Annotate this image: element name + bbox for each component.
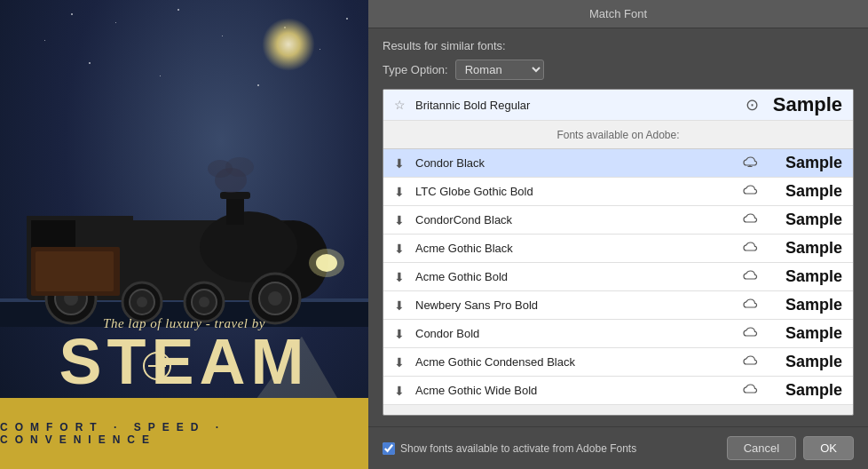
adobe-fonts-label: Fonts available on Adobe: [506, 129, 730, 141]
font-name: LTC Globe Gothic Bold [412, 185, 738, 198]
dialog-title: Match Font [589, 7, 647, 20]
font-row[interactable]: ⬇ Newbery Sans Pro Bold Sample [383, 291, 853, 320]
font-name: Acme Gothic Bold [412, 270, 738, 283]
type-option-row: Type Option: Roman Italic Bold Bold Ital… [383, 60, 854, 80]
font-sample: Sample [762, 154, 842, 172]
cancel-button[interactable]: Cancel [727, 436, 796, 460]
star-icon: ☆ [394, 98, 412, 112]
ok-button[interactable]: OK [803, 436, 854, 460]
download-cloud-icon: ⬇ [394, 270, 412, 284]
poster-bottom-text: COMFORT · SPEED · CONVENIENCE [0, 421, 368, 446]
download-cloud-icon: ⬇ [394, 213, 412, 227]
type-option-select[interactable]: Roman Italic Bold Bold Italic [455, 60, 544, 80]
download-icon: ⊙ [741, 95, 762, 115]
font-sample: Sample [762, 267, 842, 286]
cloud-icon [738, 270, 762, 283]
results-header: Results for similar fonts: [383, 39, 854, 52]
svg-point-18 [268, 291, 282, 306]
font-row[interactable]: ⬇ CondorCond Black Sample [383, 206, 853, 234]
font-row[interactable]: ☆ Britannic Bold Regular ⊙ Sample [383, 90, 853, 121]
train-illustration [0, 131, 368, 327]
svg-rect-27 [36, 251, 114, 291]
svg-rect-22 [220, 192, 250, 199]
download-cloud-icon: ⬇ [394, 355, 412, 370]
font-row[interactable]: ⬇ Acme Gothic Bold Sample [383, 263, 853, 291]
cloud-icon [738, 298, 762, 312]
svg-rect-6 [31, 220, 75, 251]
dialog-bottom-bar: Show fonts available to activate from Ad… [368, 426, 868, 469]
font-row[interactable]: ⬇ Acme Gothic Wide Bold Sample [383, 377, 853, 405]
cloud-icon [738, 355, 762, 369]
adobe-fonts-header: Fonts available on Adobe: [383, 121, 853, 149]
poster-bottom-bar: COMFORT · SPEED · CONVENIENCE [0, 398, 368, 469]
font-name: Condor Black [412, 156, 738, 170]
font-sample: Sample [762, 93, 842, 116]
font-row[interactable]: ⬇ Condor Black Sample [383, 149, 853, 178]
moon [262, 18, 315, 71]
cloud-icon [738, 327, 762, 340]
cloud-icon [738, 384, 762, 397]
download-cloud-icon: ⬇ [394, 156, 412, 171]
svg-point-15 [199, 297, 209, 307]
svg-marker-29 [747, 166, 753, 167]
dialog-titlebar: Match Font [368, 0, 868, 28]
font-sample: Sample [762, 381, 842, 400]
svg-point-25 [225, 157, 254, 177]
font-row[interactable]: ⬇ Acme Gothic Condensed Black Sample [383, 348, 853, 377]
font-sample: Sample [762, 239, 842, 258]
font-sample: Sample [762, 296, 842, 314]
download-cloud-icon: ⬇ [394, 298, 412, 313]
svg-point-12 [137, 297, 147, 307]
download-cloud-icon: ⬇ [394, 384, 412, 398]
cloud-icon [738, 185, 762, 198]
font-name: CondorCond Black [412, 213, 738, 227]
adobe-fonts-checkbox-container: Show fonts available to activate from Ad… [383, 442, 720, 455]
font-row[interactable]: ⬇ LTC Globe Gothic Bold Sample [383, 178, 853, 206]
font-name: Condor Bold [412, 327, 738, 340]
adobe-fonts-checkbox[interactable] [383, 442, 395, 455]
svg-point-20 [309, 249, 344, 277]
poster-main-text: STEAM [4, 330, 364, 393]
download-cloud-icon: ⬇ [394, 242, 412, 256]
font-list-container[interactable]: ☆ Britannic Bold Regular ⊙ Sample Fonts … [383, 89, 854, 416]
svg-point-4 [200, 211, 297, 282]
cloud-icon [738, 156, 762, 170]
font-name: Acme Gothic Condensed Black [412, 355, 738, 369]
font-sample: Sample [762, 211, 842, 229]
cloud-icon [738, 213, 762, 227]
font-name: Britannic Bold Regular [412, 99, 741, 112]
cloud-icon [738, 242, 762, 255]
match-font-dialog: Match Font Results for similar fonts: Ty… [368, 0, 868, 469]
font-row[interactable]: ⬇ Condor Bold Sample [383, 320, 853, 348]
font-name: Acme Gothic Wide Bold [412, 384, 738, 397]
font-sample: Sample [762, 182, 842, 201]
poster-panel: The lap of luxury - travel by STEAM COMF… [0, 0, 368, 469]
font-sample: Sample [762, 353, 842, 371]
font-name: Newbery Sans Pro Bold [412, 298, 738, 312]
download-cloud-icon: ⬇ [394, 185, 412, 199]
font-name: Acme Gothic Black [412, 242, 738, 255]
type-option-label: Type Option: [383, 63, 448, 76]
dialog-content: Results for similar fonts: Type Option: … [368, 28, 868, 426]
adobe-fonts-checkbox-label: Show fonts available to activate from Ad… [400, 442, 636, 455]
download-cloud-icon: ⬇ [394, 327, 412, 341]
font-row[interactable]: ⬇ Acme Gothic Black Sample [383, 234, 853, 263]
font-sample: Sample [762, 324, 842, 343]
